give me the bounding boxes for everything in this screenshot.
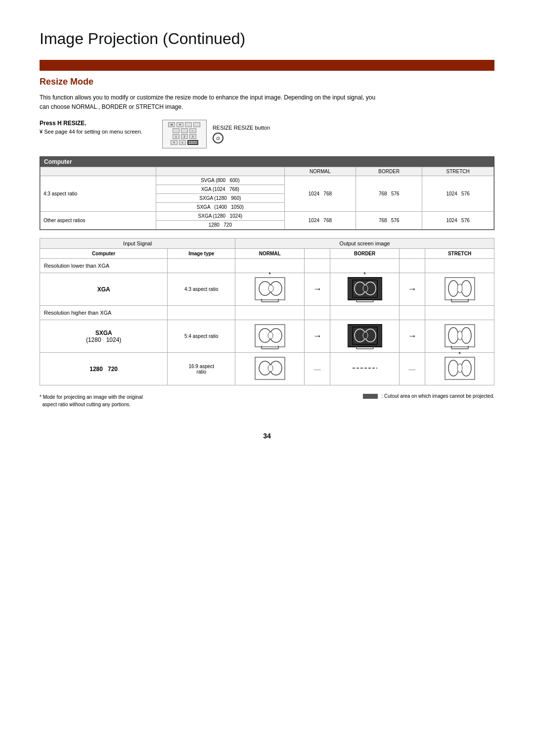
resize-button-label: RESIZE RESIZE button: [213, 125, 270, 131]
comp-res-5: SXGA (1280 1024): [156, 212, 284, 221]
resize-area: Press H RESIZE. ¥ See page 44 for settin…: [40, 120, 494, 148]
col-border: BORDER: [330, 249, 400, 259]
table-row: SXGA(1280 1024) 5:4 aspect ratio →: [40, 320, 494, 353]
footnote-right: : Cutout area on which images cannot be …: [363, 393, 494, 399]
svg-point-25: [268, 332, 273, 339]
col-image-type: Image type: [168, 249, 235, 259]
main-visual-table: Input Signal Output screen image Compute…: [40, 238, 494, 385]
row3-stretch: [425, 306, 494, 320]
table-row: XGA 4:3 aspect ratio * →: [40, 273, 494, 306]
xga-stretch-svg: [443, 275, 477, 302]
svg-point-51: [461, 360, 471, 376]
sxga-stretch-svg: [443, 322, 477, 349]
remote-btn-4: [193, 122, 200, 127]
comp-normal-2: 1024 768: [284, 212, 356, 230]
row3-border: [330, 306, 400, 320]
comp-col-aspect: [41, 167, 156, 176]
row4-input: SXGA(1280 1024): [40, 320, 168, 353]
comp-stretch-2: 1024 576: [422, 212, 494, 230]
col-arrow1: [305, 249, 330, 259]
remote-btn-3: [185, 122, 192, 127]
table-row: Other aspect ratios SXGA (1280 1024) 102…: [41, 212, 494, 221]
footnote-right-text: : Cutout area on which images cannot be …: [382, 393, 494, 399]
press-h-area: Press H RESIZE. ¥ See page 44 for settin…: [40, 120, 142, 141]
svg-point-18: [457, 284, 462, 293]
row4-type: 5:4 aspect ratio: [168, 320, 235, 353]
comp-aspect-1: 4:3 aspect ratio: [41, 176, 156, 212]
section-title: Resize Mode: [40, 77, 494, 87]
row3-normal: [235, 306, 305, 320]
comp-res-2: XGA (1024 768): [156, 185, 284, 194]
xga-border-svg: [348, 275, 382, 302]
svg-point-52: [457, 364, 462, 373]
comp-col-stretch: STRETCH: [422, 167, 494, 176]
remote-btn-5: [173, 128, 179, 133]
1280-normal-svg: [253, 355, 287, 382]
remote-btn-11: 4: [171, 140, 178, 145]
computer-table: NORMAL BORDER STRETCH 4:3 aspect ratio S…: [40, 167, 494, 230]
comp-col-normal: NORMAL: [284, 167, 356, 176]
remote-btn-6: [181, 128, 188, 133]
svg-point-40: [457, 331, 462, 340]
svg-point-50: [448, 360, 458, 376]
row4-arrow2: →: [399, 320, 425, 353]
row2-arrow2: →: [399, 273, 425, 306]
col-computer: Computer: [40, 249, 168, 259]
row3-arrow1: [305, 306, 330, 320]
row3-input: Resolution higher than XGA: [40, 306, 168, 320]
row5-input: 1280 720: [40, 353, 168, 385]
row1-arrow2: [399, 259, 425, 273]
remote-btn-10: 3: [189, 134, 196, 139]
remote-btn-9: 2: [181, 134, 188, 139]
press-h-label: Press H RESIZE.: [40, 120, 142, 127]
cutout-bar-icon: [363, 394, 378, 399]
row4-stretch: [425, 320, 494, 353]
row4-normal: [235, 320, 305, 353]
1280-border-svg: [348, 355, 382, 382]
row2-type: 4:3 aspect ratio: [168, 273, 235, 306]
remote-btn-resize: RESIZE: [187, 140, 198, 145]
row3-arrow2: [399, 306, 425, 320]
row5-arrow2: —: [399, 353, 425, 385]
svg-point-3: [268, 285, 273, 292]
svg-point-47: [268, 365, 273, 372]
page-number: 34: [40, 432, 494, 440]
xga-normal-svg: [253, 275, 287, 302]
remote-diagram-area: W P — 1 2 3 4 ≡ RESIZE RESIZE RESI: [162, 120, 270, 148]
svg-point-38: [448, 328, 458, 343]
comp-res-3: SXGA (1280 960): [156, 194, 284, 203]
footnote-left: * Mode for projecting an image with the …: [40, 393, 142, 408]
resize-button-desc: RESIZE RESIZE button ⊙: [213, 125, 270, 143]
row2-input: XGA: [40, 273, 168, 306]
svg-point-17: [461, 281, 471, 296]
col-arrow2: [399, 249, 425, 259]
remote-btn-12: ≡: [179, 140, 186, 145]
output-screen-header: Output screen image: [235, 238, 494, 249]
comp-res-6: 1280 720: [156, 221, 284, 230]
svg-point-33: [363, 332, 368, 339]
table-row: Resolution lower than XGA: [40, 259, 494, 273]
comp-border-1: 768 576: [356, 176, 422, 212]
row5-normal: [235, 353, 305, 385]
row1-arrow1: [305, 259, 330, 273]
table-row: Resolution higher than XGA: [40, 306, 494, 320]
comp-col-resolutions: [156, 167, 284, 176]
comp-stretch-1: 1024 576: [422, 176, 494, 212]
remote-btn-1: W: [168, 122, 175, 127]
row5-arrow1: —: [305, 353, 330, 385]
remote-btn-7: —: [189, 128, 196, 133]
comp-normal-1: 1024 768: [284, 176, 356, 212]
svg-point-39: [461, 328, 471, 343]
comp-res-4: SXGA (1400 1050): [156, 203, 284, 212]
row5-type: 16:9 aspectratio: [168, 353, 235, 385]
comp-border-2: 768 576: [356, 212, 422, 230]
comp-aspect-2: Other aspect ratios: [41, 212, 156, 230]
svg-point-16: [448, 281, 458, 296]
sxga-normal-svg: [253, 322, 287, 349]
sxga-border-svg: [348, 322, 382, 349]
comp-res-1: SVGA (800 600): [156, 176, 284, 185]
input-signal-header: Input Signal: [40, 238, 235, 249]
remote-btn-8: 1: [173, 134, 179, 139]
remote-btn-2: P: [177, 122, 183, 127]
intro-text: This function allows you to modify or cu…: [40, 93, 376, 112]
